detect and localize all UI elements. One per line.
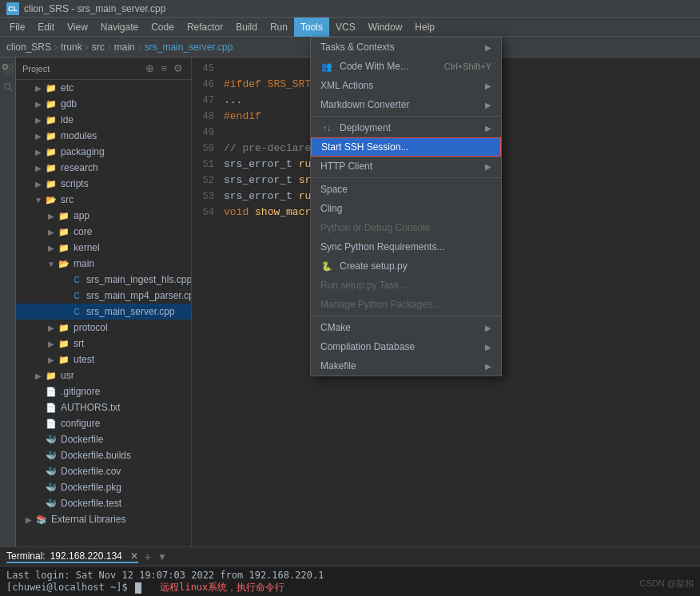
tree-item-usr[interactable]: ▶ 📁 usr: [16, 368, 191, 383]
tools-dropdown: Tasks & Contexts ▶ 👥 Code With Me... Ctr…: [310, 37, 502, 376]
menu-item-xml-actions[interactable]: XML Actions ▶: [311, 76, 501, 95]
activity-bar: [0, 58, 16, 546]
tree-item-dockerfile-pkg[interactable]: ▶ 🐳 Dockerfile.pkg: [16, 479, 191, 495]
sidebar: Project ⊕ ≡ ⚙ ▶ 📁 etc ▶ 📁 gdb ▶ 📁 ide ▶ …: [16, 58, 192, 546]
separator-2: [311, 177, 501, 178]
menu-item-cmake[interactable]: CMake ▶: [311, 318, 501, 337]
menu-view[interactable]: View: [61, 18, 94, 37]
tree-item-dockerfile-builds[interactable]: ▶ 🐳 Dockerfile.builds: [16, 447, 191, 463]
menu-navigate[interactable]: Navigate: [94, 18, 145, 37]
title-bar: CL clion_SRS - srs_main_server.cpp: [0, 0, 700, 18]
svg-rect-1: [9, 65, 13, 69]
menu-item-manage-python: Manage Python Packages...: [311, 295, 501, 314]
arrow-icon: ▶: [485, 81, 491, 90]
menu-item-tasks[interactable]: Tasks & Contexts ▶: [311, 38, 501, 57]
menu-window[interactable]: Window: [362, 18, 409, 37]
sidebar-collapse-icon[interactable]: ≡: [159, 62, 169, 74]
svg-rect-0: [3, 65, 7, 69]
menu-item-http-client[interactable]: HTTP Client ▶: [311, 157, 501, 176]
tree-item-src[interactable]: ▼ 📂 src: [16, 192, 191, 208]
tree-item-gitignore[interactable]: ▶ 📄 .gitignore: [16, 383, 191, 399]
app-icon: CL: [6, 2, 19, 15]
menu-item-makefile[interactable]: Makefile ▶: [311, 356, 501, 375]
terminal-add-button[interactable]: +: [145, 550, 151, 563]
terminal-down-icon[interactable]: ▼: [157, 551, 167, 562]
tree-item-ext-libs[interactable]: ▶ 📚 External Libraries: [16, 511, 191, 527]
menu-item-compilation-db[interactable]: Compilation Database ▶: [311, 337, 501, 356]
breadcrumb-sep-2: ›: [108, 42, 111, 53]
tree-item-research[interactable]: ▶ 📁 research: [16, 160, 191, 176]
tree-item-dockerfile[interactable]: ▶ 🐳 Dockerfile: [16, 431, 191, 447]
arrow-icon: ▶: [485, 324, 491, 332]
tree-item-app[interactable]: ▶ 📁 app: [16, 208, 191, 224]
sidebar-new-file-icon[interactable]: ⊕: [144, 62, 156, 74]
python-icon: 🐍: [320, 260, 333, 272]
code-with-me-icon: 👥: [320, 60, 333, 73]
breadcrumb-item-0[interactable]: clion_SRS: [6, 42, 51, 53]
menu-item-space[interactable]: Space: [311, 180, 501, 199]
breadcrumb-sep-0: ›: [54, 42, 58, 53]
tree-item-modules[interactable]: ▶ 📁 modules: [16, 128, 191, 144]
activity-project-icon[interactable]: [1, 62, 15, 77]
tree-item-configure[interactable]: ▶ 📄 configure: [16, 415, 191, 431]
tree-item-dockerfile-test[interactable]: ▶ 🐳 Dockerfile.test: [16, 495, 191, 511]
svg-point-4: [4, 84, 10, 89]
tree-item-mp4-parser[interactable]: ▶ C srs_main_mp4_parser.cpp: [16, 288, 191, 304]
tree-item-gdb[interactable]: ▶ 📁 gdb: [16, 96, 191, 112]
tree-item-main[interactable]: ▼ 📂 main: [16, 256, 191, 272]
tree-item-packaging[interactable]: ▶ 📁 packaging: [16, 144, 191, 160]
menu-item-start-ssh[interactable]: Start SSH Session...: [311, 137, 501, 157]
menu-item-create-setup[interactable]: 🐍 Create setup.py: [311, 256, 501, 276]
tree-item-dockerfile-cov[interactable]: ▶ 🐳 Dockerfile.cov: [16, 463, 191, 479]
tree-item-ingest-hls[interactable]: ▶ C srs_main_ingest_hls.cpp: [16, 272, 191, 288]
menu-item-sync-python[interactable]: Sync Python Requirements...: [311, 237, 501, 256]
arrow-icon: ▶: [485, 343, 491, 352]
tree-item-core[interactable]: ▶ 📁 core: [16, 224, 191, 240]
terminal-header: Terminal: 192.168.220.134 ✕ + ▼: [0, 547, 700, 566]
menu-item-code-with-me[interactable]: 👥 Code With Me... Ctrl+Shift+Y: [311, 57, 501, 76]
menu-vcs[interactable]: VCS: [329, 18, 362, 37]
breadcrumb-item-4[interactable]: srs_main_server.cpp: [145, 42, 233, 53]
sidebar-title: Project: [22, 64, 50, 74]
menu-help[interactable]: Help: [408, 18, 441, 37]
menu-run[interactable]: Run: [264, 18, 294, 37]
arrow-icon: ▶: [485, 162, 491, 171]
tree-item-utest[interactable]: ▶ 📁 utest: [16, 352, 191, 368]
breadcrumb-item-3[interactable]: main: [114, 42, 135, 53]
menu-refactor[interactable]: Refactor: [181, 18, 229, 37]
menu-edit[interactable]: Edit: [31, 18, 61, 37]
svg-rect-3: [9, 70, 13, 74]
terminal: Terminal: 192.168.220.134 ✕ + ▼ Last log…: [0, 546, 700, 596]
breadcrumb-item-1[interactable]: trunk: [61, 42, 82, 53]
tree-item-protocol[interactable]: ▶ 📁 protocol: [16, 320, 191, 336]
tree-item-ide[interactable]: ▶ 📁 ide: [16, 112, 191, 128]
terminal-cursor: [135, 582, 141, 594]
breadcrumb-sep-3: ›: [138, 42, 141, 53]
tree-item-main-server[interactable]: ▶ C srs_main_server.cpp: [16, 304, 191, 320]
menu-build[interactable]: Build: [229, 18, 264, 37]
terminal-close-icon[interactable]: ✕: [130, 550, 138, 562]
terminal-line-2: [chuwei@localhost ~]$ 远程linux系统，执行命令行: [6, 581, 694, 594]
tree-item-srt[interactable]: ▶ 📁 srt: [16, 336, 191, 352]
menu-file[interactable]: File: [3, 18, 31, 37]
menu-code[interactable]: Code: [145, 18, 181, 37]
menu-item-markdown[interactable]: Markdown Converter ▶: [311, 95, 501, 114]
menu-tools[interactable]: Tools: [294, 18, 329, 37]
tree-item-scripts[interactable]: ▶ 📁 scripts: [16, 176, 191, 192]
deployment-icon: ↑↓: [320, 121, 333, 134]
activity-search-icon[interactable]: [1, 80, 15, 94]
breadcrumb-sep-1: ›: [86, 42, 89, 53]
svg-line-5: [10, 89, 12, 91]
title-text: clion_SRS - srs_main_server.cpp: [24, 3, 694, 14]
arrow-icon: ▶: [485, 101, 491, 109]
tree-item-etc[interactable]: ▶ 📁 etc: [16, 80, 191, 96]
tree-item-authors[interactable]: ▶ 📄 AUTHORS.txt: [16, 399, 191, 415]
menu-item-cling[interactable]: Cling: [311, 199, 501, 218]
sidebar-settings-icon[interactable]: ⚙: [172, 62, 185, 74]
terminal-ip: 192.168.220.134: [50, 550, 122, 562]
terminal-tab-active[interactable]: Terminal: 192.168.220.134 ✕: [6, 550, 138, 563]
breadcrumb-item-2[interactable]: src: [92, 42, 105, 53]
tree-item-kernel[interactable]: ▶ 📁 kernel: [16, 240, 191, 256]
terminal-annotation: 远程linux系统，执行命令行: [160, 582, 284, 593]
menu-item-deployment[interactable]: ↑↓ Deployment ▶: [311, 118, 501, 137]
